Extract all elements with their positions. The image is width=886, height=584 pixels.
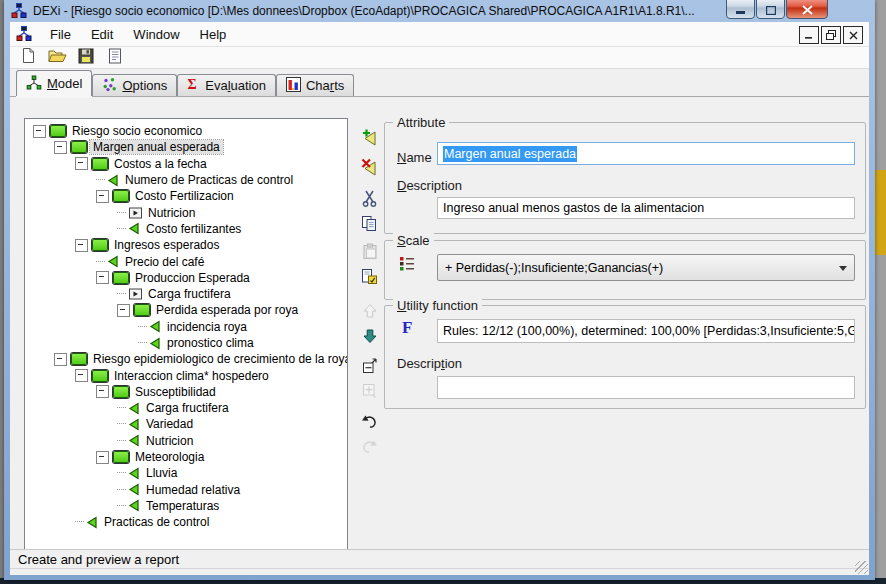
tree-row[interactable]: Margen anual esperada <box>25 139 347 155</box>
tab-label: Options <box>122 78 167 93</box>
minimize-button[interactable] <box>726 0 755 19</box>
close-icon <box>802 5 813 15</box>
close-button[interactable] <box>786 0 828 19</box>
tab-model[interactable]: Model <box>16 70 92 96</box>
collapse-box-icon[interactable] <box>75 157 88 170</box>
tree-item-label: Produccion Esperada <box>132 271 253 285</box>
tree-row[interactable]: Riesgo socio economico <box>25 123 347 139</box>
tree-item-label: Numero de Practicas de control <box>122 173 296 187</box>
tree-item-label: Riesgo epidemiologico de crecimiento de … <box>90 352 348 366</box>
utility-function-icon: F <box>402 318 412 338</box>
copy-subtree-button[interactable] <box>359 268 380 289</box>
sigma-icon: Σ <box>187 77 200 94</box>
tree-row[interactable]: pronostico clima <box>25 335 347 351</box>
tree-row[interactable]: Nutricion <box>25 433 347 449</box>
main-toolbar <box>10 47 869 69</box>
tree-row[interactable]: Costo Fertilizacion <box>25 188 347 204</box>
delete-attribute-button[interactable] <box>359 158 380 179</box>
utility-rules-field[interactable]: Rules: 12/12 (100,00%), determined: 100,… <box>437 319 855 343</box>
collapse-box-icon[interactable] <box>54 353 67 366</box>
tree-row[interactable]: Lluvia <box>25 465 347 481</box>
tree-row[interactable]: Costos a la fecha <box>25 156 347 172</box>
title-bar[interactable]: DEXi - [Riesgo socio economico [D:\Mes d… <box>4 0 875 22</box>
scale-combobox[interactable]: + Perdidas(-);Insuficiente;Ganancias(+) <box>437 254 855 281</box>
tree-row[interactable]: Precio del café <box>25 253 347 269</box>
collapse-button[interactable] <box>359 357 380 378</box>
tree-connector <box>117 423 126 425</box>
menu-window[interactable]: Window <box>123 24 189 45</box>
cut-button[interactable] <box>359 190 380 211</box>
tree-row[interactable]: Interaccion clima* hospedero <box>25 367 347 383</box>
tree-row[interactable]: Numero de Practicas de control <box>25 172 347 188</box>
tree-item-label: Margen anual esperada <box>90 140 223 154</box>
collapse-box-icon[interactable] <box>75 239 88 252</box>
resize-grip[interactable] <box>855 561 868 574</box>
undo-button[interactable] <box>359 413 380 434</box>
restore-icon <box>826 30 836 40</box>
aggregate-attribute-icon <box>92 370 108 382</box>
tree-row[interactable]: Nutricion <box>25 204 347 220</box>
name-input[interactable]: Margen anual esperada <box>437 142 855 165</box>
aggregate-attribute-icon <box>71 141 87 153</box>
tree-row[interactable]: incidencia roya <box>25 319 347 335</box>
tab-evaluation[interactable]: ΣEvaluation <box>177 74 276 96</box>
aggregate-attribute-icon <box>50 125 66 137</box>
mdi-restore-button[interactable] <box>821 26 841 44</box>
tab-options[interactable]: Options <box>92 74 177 96</box>
description-input[interactable]: Ingreso anual menos gastos de la aliment… <box>437 197 855 219</box>
aggregate-attribute-icon <box>92 239 108 251</box>
tree-row[interactable]: Ingresos esperados <box>25 237 347 253</box>
tree-connector <box>117 472 126 474</box>
tree-item-label: Temperaturas <box>143 499 222 513</box>
maximize-button[interactable] <box>756 0 785 19</box>
tree-row[interactable]: Practicas de control <box>25 514 347 530</box>
mdi-close-button[interactable] <box>843 26 863 44</box>
collapse-box-icon[interactable] <box>75 369 88 382</box>
menu-edit[interactable]: Edit <box>81 24 123 45</box>
tree-item-label: Nutricion <box>143 434 196 448</box>
tree-row[interactable]: Carga fructifera <box>25 286 347 302</box>
tree-row[interactable]: Perdida esperada por roya <box>25 302 347 318</box>
mdi-minimize-button[interactable] <box>799 26 819 44</box>
leaf-attribute-icon <box>149 337 164 350</box>
tree-row[interactable]: Carga fructifera <box>25 400 347 416</box>
collapse-box-icon[interactable] <box>96 385 109 398</box>
copy-button[interactable] <box>359 215 380 236</box>
new-document-button[interactable] <box>18 48 38 67</box>
collapse-box-icon[interactable] <box>96 271 109 284</box>
utility-description-input[interactable] <box>437 376 855 399</box>
collapse-box-icon[interactable] <box>96 451 109 464</box>
collapse-box-icon[interactable] <box>96 190 109 203</box>
tree-row[interactable]: Humedad relativa <box>25 482 347 498</box>
undo-icon <box>361 414 378 433</box>
tab-charts[interactable]: Charts <box>276 74 354 96</box>
minimize-icon <box>805 31 813 39</box>
tree-row[interactable]: Variedad <box>25 416 347 432</box>
save-file-button[interactable] <box>76 48 96 67</box>
collapse-box-icon[interactable] <box>54 141 67 154</box>
move-down-button[interactable] <box>359 327 380 348</box>
dexi-application-window: DEXi - [Riesgo socio economico [D:\Mes d… <box>4 0 875 580</box>
tree-row[interactable]: Meteorologia <box>25 449 347 465</box>
tree-row[interactable]: Riesgo epidemiologico de crecimiento de … <box>25 351 347 367</box>
paste-button <box>359 243 380 264</box>
utility-rules-text: Rules: 12/12 (100,00%), determined: 100,… <box>443 324 855 338</box>
collapse-box-icon[interactable] <box>33 125 46 138</box>
open-file-button[interactable] <box>47 48 67 67</box>
collapse-box-icon[interactable] <box>117 304 130 317</box>
tree-row[interactable]: Temperaturas <box>25 498 347 514</box>
tree-row[interactable]: Costo fertilizantes <box>25 221 347 237</box>
report-button[interactable] <box>105 48 125 67</box>
aggregate-attribute-icon <box>71 353 87 365</box>
status-bar-secondary <box>10 568 869 575</box>
move-up-icon <box>362 303 378 323</box>
tree-row[interactable]: Susceptibilidad <box>25 384 347 400</box>
tree-row[interactable]: Produccion Esperada <box>25 270 347 286</box>
collapse-icon <box>361 357 378 378</box>
menu-file[interactable]: File <box>40 24 81 45</box>
menu-help[interactable]: Help <box>190 24 237 45</box>
minimize-icon <box>736 11 746 15</box>
tree-connector <box>117 293 126 295</box>
add-attribute-button[interactable] <box>359 128 380 149</box>
tree-item-label: Practicas de control <box>101 515 212 529</box>
